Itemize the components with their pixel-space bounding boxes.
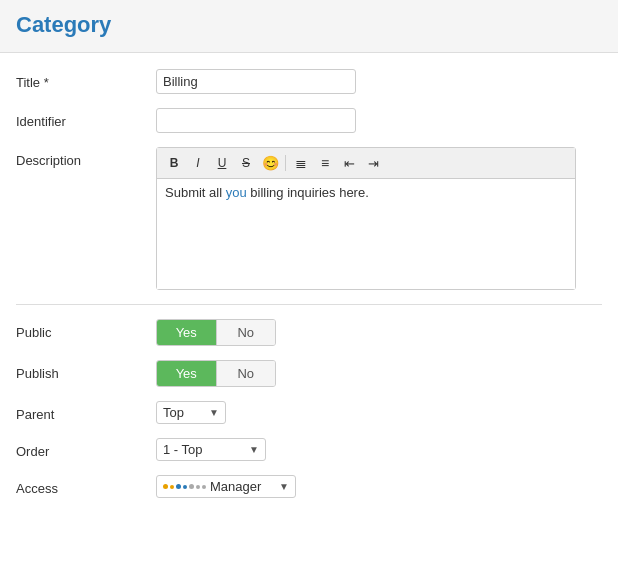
ordered-list-button[interactable]: ≡ <box>314 152 336 174</box>
public-no-button[interactable]: No <box>217 320 276 345</box>
identifier-field <box>156 108 602 133</box>
form-container: Title * Identifier Description B I U S 😊 <box>0 53 618 528</box>
description-field: B I U S 😊 ≣ ≡ ⇤ ⇥ Submit all you billing… <box>156 147 602 290</box>
parent-row: Parent Top ▼ <box>16 401 602 424</box>
publish-label: Publish <box>16 360 156 381</box>
publish-row: Publish Yes No <box>16 360 602 387</box>
dot-gray-1 <box>189 484 194 489</box>
order-select[interactable]: 1 - Top <box>163 442 243 457</box>
description-editor: B I U S 😊 ≣ ≡ ⇤ ⇥ Submit all you billing… <box>156 147 576 290</box>
toolbar-separator-1 <box>285 155 286 171</box>
emoji-button[interactable]: 😊 <box>259 152 281 174</box>
public-label: Public <box>16 319 156 340</box>
description-text-after: billing inquiries here. <box>247 185 369 200</box>
title-label: Title * <box>16 69 156 90</box>
parent-dropdown-arrow: ▼ <box>209 407 219 418</box>
order-label: Order <box>16 438 156 459</box>
dot-blue-2 <box>183 485 187 489</box>
publish-yes-button[interactable]: Yes <box>157 361 216 386</box>
description-content[interactable]: Submit all you billing inquiries here. <box>157 179 575 289</box>
access-row: Access Manager ▼ <box>16 475 602 498</box>
access-field: Manager ▼ <box>156 475 602 498</box>
publish-toggle: Yes No <box>156 360 276 387</box>
access-select-wrapper: Manager ▼ <box>156 475 296 498</box>
identifier-label: Identifier <box>16 108 156 129</box>
divider-1 <box>16 304 602 305</box>
dot-gray-3 <box>202 485 206 489</box>
description-highlight: you <box>226 185 247 200</box>
access-select[interactable]: Manager <box>210 479 276 494</box>
page-header: Category <box>0 0 618 53</box>
public-toggle: Yes No <box>156 319 276 346</box>
parent-field: Top ▼ <box>156 401 602 424</box>
parent-label: Parent <box>16 401 156 422</box>
public-toggle-group: Yes No <box>156 319 602 346</box>
title-input[interactable] <box>156 69 356 94</box>
order-row: Order 1 - Top ▼ <box>16 438 602 461</box>
access-dots <box>163 484 206 489</box>
unordered-list-button[interactable]: ≣ <box>290 152 312 174</box>
description-text-before: Submit all <box>165 185 226 200</box>
italic-button[interactable]: I <box>187 152 209 174</box>
publish-toggle-group: Yes No <box>156 360 602 387</box>
parent-select[interactable]: Top <box>163 405 203 420</box>
description-label: Description <box>16 147 156 168</box>
order-select-wrapper: 1 - Top ▼ <box>156 438 266 461</box>
dot-blue-1 <box>176 484 181 489</box>
identifier-row: Identifier <box>16 108 602 133</box>
dot-orange-2 <box>170 485 174 489</box>
order-field: 1 - Top ▼ <box>156 438 602 461</box>
access-dropdown-arrow: ▼ <box>279 481 289 492</box>
strikethrough-button[interactable]: S <box>235 152 257 174</box>
title-field <box>156 69 602 94</box>
order-dropdown-arrow: ▼ <box>249 444 259 455</box>
access-label: Access <box>16 475 156 496</box>
title-row: Title * <box>16 69 602 94</box>
page-title: Category <box>16 12 602 38</box>
indent-right-button[interactable]: ⇥ <box>362 152 384 174</box>
dot-gray-2 <box>196 485 200 489</box>
public-yes-button[interactable]: Yes <box>157 320 216 345</box>
emoji-icon: 😊 <box>262 155 279 171</box>
dot-orange-1 <box>163 484 168 489</box>
indent-left-button[interactable]: ⇤ <box>338 152 360 174</box>
public-row: Public Yes No <box>16 319 602 346</box>
parent-select-wrapper: Top ▼ <box>156 401 226 424</box>
bold-button[interactable]: B <box>163 152 185 174</box>
editor-toolbar: B I U S 😊 ≣ ≡ ⇤ ⇥ <box>157 148 575 179</box>
underline-button[interactable]: U <box>211 152 233 174</box>
identifier-input[interactable] <box>156 108 356 133</box>
publish-no-button[interactable]: No <box>217 361 276 386</box>
description-row: Description B I U S 😊 ≣ ≡ ⇤ ⇥ <box>16 147 602 290</box>
